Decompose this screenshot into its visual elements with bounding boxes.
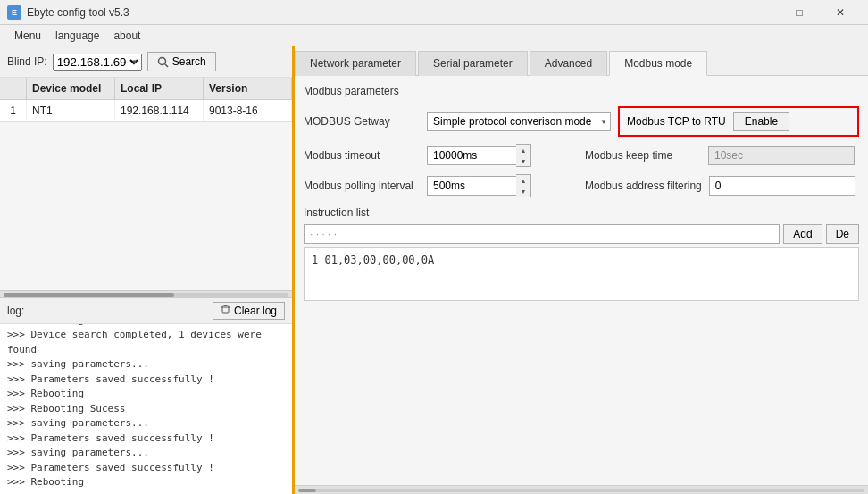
gateway-select-wrap: Simple protocol converison mode: [427, 112, 611, 131]
timeout-spin: ▲ ▼: [427, 144, 531, 167]
params-row-3: Modbus polling interval ▲ ▼ Modbus addre…: [304, 174, 859, 197]
log-section: log: Clear log >>> Rebooting Sucess>>> s…: [0, 297, 292, 494]
search-button[interactable]: Search: [147, 52, 216, 71]
instruction-toolbar: Add De: [304, 224, 859, 244]
blind-ip-select[interactable]: 192.168.1.69: [53, 54, 142, 71]
del-button[interactable]: De: [826, 224, 859, 244]
app-title: Ebyte config tool v5.3: [27, 6, 738, 19]
svg-point-0: [158, 57, 165, 64]
svg-line-1: [164, 63, 168, 67]
menubar: Menu language about: [0, 25, 868, 46]
timeout-row: Modbus timeout ▲ ▼: [304, 144, 578, 167]
timeout-spinbtns: ▲ ▼: [516, 144, 531, 167]
polling-row: Modbus polling interval ▲ ▼: [304, 174, 578, 197]
params-grid: MODBUS Getway Simple protocol converison…: [304, 106, 859, 197]
polling-up[interactable]: ▲: [516, 175, 530, 186]
log-content[interactable]: >>> Rebooting Sucess>>> saving parameter…: [0, 324, 292, 494]
log-header: log: Clear log: [0, 298, 292, 324]
timeout-down[interactable]: ▼: [516, 155, 530, 166]
bottom-scroll-track: [298, 489, 864, 492]
tcp-to-rtu-label: Modbus TCP to RTU: [627, 115, 726, 128]
table-scrollbar[interactable]: [0, 290, 292, 297]
add-button[interactable]: Add: [783, 224, 822, 244]
minimize-button[interactable]: —: [738, 0, 779, 25]
maximize-button[interactable]: □: [779, 0, 820, 25]
search-button-label: Search: [172, 55, 206, 68]
keep-time-label: Modbus keep time: [585, 149, 701, 162]
polling-down[interactable]: ▼: [516, 186, 530, 197]
tab-serial[interactable]: Serial parameter: [418, 51, 528, 76]
row-num: 1: [0, 100, 27, 121]
address-filter-input[interactable]: [709, 176, 855, 196]
polling-spinbtns: ▲ ▼: [516, 174, 531, 197]
polling-spin: ▲ ▼: [427, 174, 531, 197]
row-version: 9013-8-16: [204, 100, 292, 121]
tab-advanced[interactable]: Advanced: [530, 51, 607, 76]
clear-icon: [221, 305, 230, 317]
params-row-2: Modbus timeout ▲ ▼ Modbus keep time: [304, 144, 859, 167]
tab-network[interactable]: Network parameter: [295, 51, 416, 76]
enable-button[interactable]: Enable: [733, 112, 789, 131]
address-filter-row: Modbus address filtering: [585, 174, 859, 197]
tcp-to-rtu-box: Modbus TCP to RTU Enable: [618, 106, 859, 137]
address-filter-label: Modbus address filtering: [585, 180, 702, 192]
clear-log-button[interactable]: Clear log: [213, 302, 285, 320]
app-icon: E: [7, 5, 21, 20]
params-row-1: MODBUS Getway Simple protocol converison…: [304, 106, 859, 137]
search-icon: [157, 56, 169, 68]
row-model: NT1: [27, 100, 115, 121]
col-ip: Local IP: [115, 78, 204, 99]
keep-time-input[interactable]: [708, 146, 855, 165]
left-panel: Blind IP: 192.168.1.69 Search: [0, 46, 295, 494]
polling-input[interactable]: [427, 176, 516, 196]
menu-item-about[interactable]: about: [106, 28, 147, 44]
content-area: Modbus parameters MODBUS Getway Simple p…: [295, 76, 868, 485]
scrollbar-thumb: [4, 293, 174, 297]
table-header: Device model Local IP Version: [0, 78, 292, 100]
col-model: Device model: [27, 78, 115, 99]
gateway-row: MODBUS Getway Simple protocol converison…: [304, 106, 611, 137]
tab-modbus[interactable]: Modbus mode: [609, 51, 707, 76]
polling-label: Modbus polling interval: [304, 180, 420, 192]
bottom-scrollbar[interactable]: [295, 485, 868, 494]
instruction-label: Instruction list: [304, 206, 859, 219]
timeout-up[interactable]: ▲: [516, 145, 530, 155]
close-button[interactable]: ✕: [820, 0, 861, 25]
main-container: Blind IP: 192.168.1.69 Search: [0, 46, 868, 494]
gateway-select[interactable]: Simple protocol converison mode: [427, 112, 611, 131]
row-ip: 192.168.1.114: [115, 100, 204, 121]
clear-log-label: Clear log: [234, 305, 277, 317]
blind-ip-label: Blind IP:: [7, 55, 47, 68]
ip-select-wrap: 192.168.1.69: [53, 54, 142, 71]
timeout-input[interactable]: [427, 146, 516, 165]
svg-rect-2: [222, 306, 229, 313]
table-row[interactable]: 1 NT1 192.168.1.114 9013-8-16: [0, 100, 292, 122]
device-table: Device model Local IP Version 1 NT1 192.…: [0, 78, 292, 290]
tabs-bar: Network parameter Serial parameter Advan…: [295, 46, 868, 76]
right-panel: Network parameter Serial parameter Advan…: [295, 46, 868, 494]
scrollbar-track: [4, 293, 288, 297]
section-title: Modbus parameters: [304, 85, 859, 97]
keep-time-row: Modbus keep time: [585, 144, 859, 167]
menu-item-language[interactable]: language: [48, 28, 106, 44]
blind-ip-bar: Blind IP: 192.168.1.69 Search: [0, 46, 292, 78]
timeout-label: Modbus timeout: [304, 149, 420, 162]
instruction-input[interactable]: [304, 224, 780, 244]
menu-item-menu[interactable]: Menu: [7, 28, 48, 44]
titlebar: E Ebyte config tool v5.3 — □ ✕: [0, 0, 868, 25]
bottom-scroll-thumb: [298, 489, 316, 492]
gateway-label: MODBUS Getway: [304, 115, 420, 128]
col-version: Version: [204, 78, 292, 99]
window-controls: — □ ✕: [738, 0, 861, 25]
col-num: [0, 78, 27, 99]
instruction-section: Instruction list Add De 1 01,03,00,00,00…: [304, 206, 859, 301]
log-label: log:: [7, 305, 213, 317]
instruction-list: 1 01,03,00,00,00,0A: [304, 247, 859, 301]
